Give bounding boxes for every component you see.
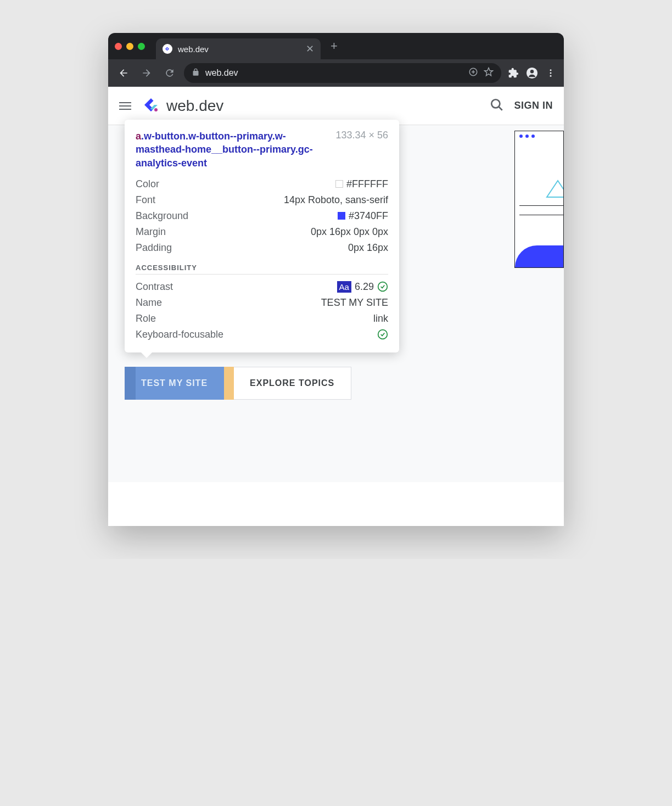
page-footer (108, 482, 564, 526)
tab-favicon (163, 44, 172, 54)
check-icon (377, 281, 388, 292)
check-icon (377, 329, 388, 340)
hamburger-menu-button[interactable] (119, 100, 131, 112)
tooltip-selector: a.w-button.w-button--primary.w-masthead-… (136, 130, 329, 170)
contrast-badge: Aa (337, 281, 351, 293)
svg-point-7 (492, 99, 500, 108)
test-my-site-button[interactable]: TEST MY SITE (125, 367, 224, 400)
menu-icon[interactable] (544, 68, 557, 78)
tooltip-row-role: Rolelink (136, 311, 388, 327)
signin-link[interactable]: SIGN IN (514, 100, 553, 111)
site-logo[interactable]: web.dev (141, 95, 223, 117)
tooltip-row-margin: Margin0px 16px 0px 0px (136, 224, 388, 240)
address-bar[interactable]: web.dev (184, 63, 501, 83)
add-shortcut-icon[interactable] (468, 67, 478, 79)
minimize-window-button[interactable] (126, 43, 133, 50)
close-tab-icon[interactable]: ✕ (306, 43, 314, 55)
logo-text: web.dev (166, 97, 223, 115)
close-window-button[interactable] (115, 43, 122, 50)
tooltip-section-header: ACCESSIBILITY (136, 264, 388, 275)
tooltip-row-padding: Padding0px 16px (136, 240, 388, 256)
tooltip-row-font: Font14px Roboto, sans-serif (136, 192, 388, 208)
tooltip-row-contrast: ContrastAa6.29 (136, 279, 388, 295)
tooltip-row-focusable: Keyboard-focusable (136, 327, 388, 343)
lock-icon (192, 68, 200, 79)
svg-point-4 (550, 72, 552, 74)
window-controls (115, 43, 145, 50)
forward-button[interactable] (138, 64, 155, 82)
browser-window: web.dev ✕ + web.dev web.dev SIGN IN (108, 33, 564, 526)
tab-title: web.dev (178, 44, 300, 54)
search-icon[interactable] (490, 98, 504, 114)
svg-point-2 (530, 70, 534, 73)
tooltip-row-name: NameTEST MY SITE (136, 295, 388, 311)
bookmark-icon[interactable] (484, 67, 494, 79)
hero-section: a.w-button.w-button--primary.w-masthead-… (108, 125, 564, 482)
profile-icon[interactable] (525, 67, 539, 79)
hero-illustration (514, 131, 564, 268)
explore-topics-button[interactable]: EXPLORE TOPICS (233, 367, 351, 400)
url-text: web.dev (205, 68, 463, 78)
extensions-icon[interactable] (507, 68, 520, 79)
svg-point-6 (154, 108, 158, 111)
reload-button[interactable] (161, 64, 178, 82)
hero-buttons: TEST MY SITE EXPLORE TOPICS (125, 367, 351, 400)
back-button[interactable] (115, 64, 132, 82)
browser-toolbar: web.dev (108, 59, 564, 87)
browser-tab[interactable]: web.dev ✕ (156, 38, 321, 59)
devtools-inspect-tooltip: a.w-button.w-button--primary.w-masthead-… (125, 120, 399, 352)
titlebar: web.dev ✕ + (108, 33, 564, 59)
tooltip-dimensions: 133.34 × 56 (335, 130, 388, 141)
svg-point-3 (550, 69, 552, 71)
svg-point-8 (378, 282, 388, 292)
maximize-window-button[interactable] (138, 43, 145, 50)
tooltip-row-background: Background#3740FF (136, 208, 388, 224)
new-tab-button[interactable]: + (331, 39, 338, 53)
tooltip-row-color: Color#FFFFFF (136, 176, 388, 192)
svg-point-9 (378, 330, 388, 339)
svg-point-5 (550, 75, 552, 77)
logo-icon (141, 95, 161, 117)
